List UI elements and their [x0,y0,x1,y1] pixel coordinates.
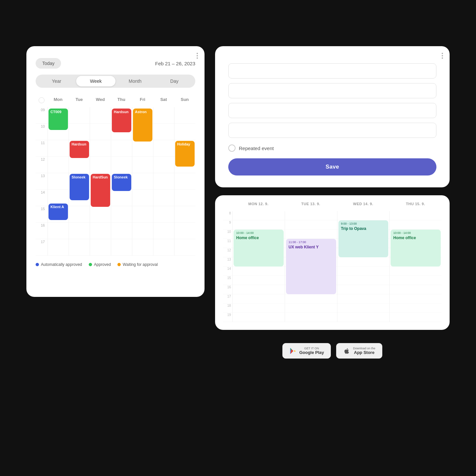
right-column: Repeated event Save MON 12. 9. TUE 13. 9… [215,46,450,359]
day-fri: Fri [132,96,153,106]
col-tue: Hardsun Sloneek [69,107,90,256]
day-mon: Mon [48,96,69,106]
event-holiday[interactable]: Holiday [175,141,195,167]
cal2-time-header [223,202,232,210]
time-11: 11 [36,140,48,157]
form-field-4[interactable] [228,123,436,138]
form-field-3[interactable] [228,103,436,118]
time-13: 13 [36,173,48,190]
legend-dot-orange [117,263,121,266]
time-col-header [36,96,48,105]
calendar-panel: Today Feb 21 – 26, 2023 Year Week Month … [26,46,205,297]
cal2-col-tue: 11:00 - 17:00 UX web Klient Y [285,211,337,322]
app-store-button[interactable]: Download on the App Store [336,343,382,359]
cal2-day-0: MON 12. 9. [232,202,285,210]
view-tabs: Year Week Month Day [36,75,195,88]
cal2-col-thu: 10:00 - 14:00 Home office [389,211,442,322]
legend-waiting-label: Waiting for approval [123,262,158,267]
cal2-time-col: 8 9 10 11 12 13 14 15 16 17 18 19 [223,211,232,322]
save-button[interactable]: Save [228,158,436,175]
form-panel: Repeated event Save [215,46,450,187]
event-trip-opava[interactable]: 9:00 - 13:00 Trip to Opava [338,220,389,257]
tab-month[interactable]: Month [115,76,155,86]
repeated-event-label: Repeated event [239,145,274,151]
day-sun: Sun [174,96,195,106]
app-store-sub: Download on the [353,347,375,350]
legend-dot-blue [36,263,39,266]
legend-approved: Approved [89,262,111,267]
google-play-name: Google Play [299,350,324,355]
app-store-icon [343,347,350,355]
col-mon: CT009 Klient A [48,107,69,256]
col-fri: Astron [132,107,153,256]
cal2-col-mon: 10:00 - 14:00 Home office [232,211,285,322]
cal2-day-3: THU 15. 9. [389,202,442,210]
day-tue: Tue [69,96,90,106]
event-ct009[interactable]: CT009 [48,109,68,130]
calendar-menu[interactable] [197,53,198,59]
form-field-1[interactable] [228,63,436,79]
form-field-2[interactable] [228,83,436,98]
repeated-event-radio[interactable] [228,144,236,152]
col-wed: HardSun [90,107,111,256]
event-hardsun-wed[interactable]: HardSun [91,174,110,207]
google-play-icon [289,347,297,355]
event-ux-web[interactable]: 11:00 - 17:00 UX web Klient Y [286,239,336,294]
calendar-legend: Automatically approved Approved Waiting … [36,262,195,267]
event-sloneek-thu[interactable]: Sloneek [112,174,131,191]
calendar-body: 09 10 11 12 13 14 15 16 17 CT009 Klient … [36,107,195,256]
time-16: 16 [36,223,48,239]
col-sun: Holiday [174,107,195,256]
tab-year[interactable]: Year [37,76,76,86]
form-menu[interactable] [442,53,443,59]
time-17: 17 [36,239,48,256]
google-play-sub: GET IT ON [299,347,324,350]
legend-waiting: Waiting for approval [117,262,158,267]
time-column: 09 10 11 12 13 14 15 16 17 [36,107,48,256]
legend-auto-approved: Automatically approved [36,262,82,267]
tab-day[interactable]: Day [155,76,194,86]
event-hardsun-tue[interactable]: Hardsun [70,141,89,158]
event-hardsun-thu[interactable]: Hardsun [112,109,131,132]
time-09: 09 [36,107,48,124]
calendar2-body: 8 9 10 11 12 13 14 15 16 17 18 19 [223,211,442,322]
day-sat: Sat [153,96,174,106]
cal2-col-wed: 9:00 - 13:00 Trip to Opava [337,211,390,322]
event-astron[interactable]: Astron [133,109,152,142]
today-button[interactable]: Today [36,58,61,69]
tab-week[interactable]: Week [76,76,115,86]
legend-auto-approved-label: Automatically approved [41,262,82,267]
event-home-office-thu[interactable]: 10:00 - 14:00 Home office [391,230,441,267]
cal2-day-2: WED 14. 9. [337,202,390,210]
col-thu: Hardsun Sloneek [111,107,132,256]
legend-dot-green [89,263,92,266]
legend-approved-label: Approved [94,262,111,267]
app-store-name: App Store [353,350,375,355]
day-thu: Thu [111,96,132,106]
calendar-header: Today Feb 21 – 26, 2023 [36,58,195,69]
repeated-event-row: Repeated event [228,144,436,152]
col-sat [153,107,174,256]
store-buttons: GET IT ON Google Play Download on the Ap… [215,343,450,359]
event-klient-a[interactable]: Klient A [48,204,68,220]
event-home-office-mon[interactable]: 10:00 - 14:00 Home office [234,230,284,267]
form-fields [228,63,436,138]
time-12: 12 [36,157,48,173]
calendar2-panel: MON 12. 9. TUE 13. 9. WED 14. 9. THU 15.… [215,195,450,330]
date-range: Feb 21 – 26, 2023 [155,61,195,66]
app-store-text: Download on the App Store [353,347,375,355]
google-play-text: GET IT ON Google Play [299,347,324,355]
cal2-day-1: TUE 13. 9. [285,202,337,210]
google-play-button[interactable]: GET IT ON Google Play [282,343,331,359]
time-15: 15 [36,206,48,223]
event-sloneek-tue[interactable]: Sloneek [70,174,89,200]
day-wed: Wed [90,96,111,106]
time-10: 10 [36,124,48,140]
time-14: 14 [36,190,48,206]
